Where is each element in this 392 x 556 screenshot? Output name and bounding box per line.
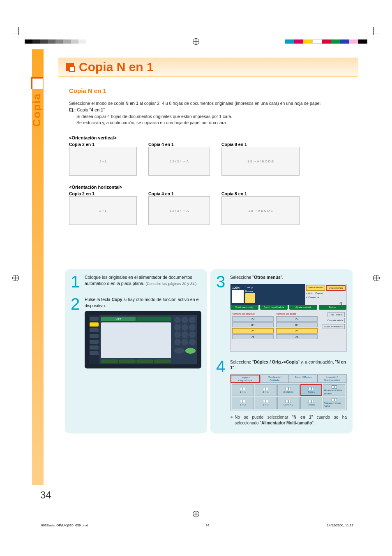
page-title-bar: Copia N en 1 (58, 58, 358, 77)
copy-8-label: Copia 8 en 1 (221, 142, 300, 147)
size-option[interactable]: A3 (232, 316, 274, 321)
title-icon (66, 63, 74, 71)
zoom-value: 100% (232, 286, 244, 290)
diagram-4in1-vertical: 1 2 / 3 4 → A (148, 147, 210, 176)
step-number: 3 (216, 274, 228, 352)
copy-4-label-h: Copia 4 en 1 (148, 191, 210, 196)
steps-area: 1 Coloque los originales en el alimentad… (65, 269, 353, 433)
diagram-2in1-horizontal: 2→1 (69, 196, 137, 225)
registration-mark-icon (193, 38, 199, 45)
step-4: 4 Seleccione "Dúplex / Orig.->Copia" y, … (216, 359, 347, 426)
duplex-option[interactable]: 2 -> 2 (255, 397, 277, 409)
duplex-option[interactable]: Alimentador Multi-tamaño (323, 384, 345, 396)
size-option[interactable]: B4 (232, 322, 274, 327)
crop-mark-icon (367, 27, 380, 39)
start-button[interactable] (185, 348, 196, 354)
page-title: Copia N en 1 (79, 60, 154, 74)
copy-mode-button[interactable] (90, 322, 99, 327)
step-1: 1 Coloque los originales en el alimentad… (71, 274, 201, 289)
copy-2-label: Copia 2 en 1 (69, 142, 137, 147)
probar-button[interactable]: Probar (319, 305, 347, 310)
content: Copia N en 1 Seleccione el modo de copia… (69, 87, 348, 225)
step-2: 2 Pulse la tecla Copy si hay otro modo d… (71, 297, 201, 368)
duplex-option[interactable]: Libro -> 2 (277, 397, 300, 409)
step-number: 1 (71, 274, 82, 289)
step-note: ● No se puede seleccionar "N en 1" cuand… (230, 415, 347, 426)
diagram-8in1-horizontal: 1-8 → A B C D E (221, 196, 300, 225)
duplex-option[interactable]: 1 -> 1 (232, 384, 254, 396)
size-option[interactable]: A5 (276, 334, 318, 339)
screen4-tabs: Dúplex /Orig.->CopiaClasificado /Acabado… (231, 375, 346, 383)
preset-job-button[interactable]: Trab. preest. (327, 312, 345, 317)
registration-mark-icon (373, 275, 380, 281)
touch-screen-duplex-menu: Dúplex /Orig.->CopiaClasificado /Acabado… (230, 374, 347, 410)
n-en-1-option[interactable]: N en 1 (300, 384, 323, 396)
copy-2-label-h: Copia 2 en 1 (69, 191, 137, 196)
copy-4-label: Copia 4 en 1 (148, 142, 210, 147)
diagram-4in1-horizontal: 1 2 / 3 4 → A (148, 196, 210, 225)
size-option[interactable]: A3 (276, 316, 318, 321)
step-3: 3 Seleccione "Otros menús". 100% 1 A (216, 274, 347, 352)
divider (69, 96, 332, 96)
diagram-row-horizontal: Copia 2 en 1 2→1 Copia 4 en 1 1 2 / 3 4 … (69, 191, 348, 225)
confirm-config-button[interactable]: Confirmar config. (231, 305, 258, 310)
print-footer: 002Basic_OP(UK)020_039.pmd 34 14/12/2006… (41, 524, 353, 527)
duplex-option[interactable]: Folleto (300, 397, 323, 409)
device-panel-screenshot: Copia (85, 311, 201, 368)
copy-size-list: Tamaño de copia A3 B4 A4 A5 (276, 312, 318, 339)
step-number: 4 (216, 359, 228, 426)
registration-mark-icon (193, 511, 199, 517)
panel-mode-buttons (89, 315, 99, 364)
screen4-tab[interactable]: Clasificado /Acabado (260, 375, 289, 383)
intro-text: Seleccione el modo de copia N en 1 al co… (69, 100, 348, 126)
touch-screen-basic-menu: 100% 1 A4 ▷ Normal (230, 284, 347, 352)
chapter-tab-icon (31, 77, 43, 89)
chapter-label: Copia (30, 93, 43, 127)
orientation-vertical: <Orientación vertical> (69, 135, 348, 140)
duplex-option[interactable]: Trabajos y modo SADF (323, 397, 345, 409)
finish-notice-button[interactable]: Aviso finalización (323, 324, 345, 329)
steps-col-right: 3 Seleccione "Otros menús". 100% 1 A (210, 269, 353, 433)
step-number: 2 (71, 297, 82, 368)
duplex-option[interactable]: 2 -> 1 (255, 384, 277, 396)
menu-basico-tab[interactable]: Menú básico (306, 285, 325, 291)
screen4-tab[interactable]: Zoom / Efectos (289, 375, 318, 383)
duplex-option[interactable]: 1 -> 2 (232, 397, 254, 409)
registration-mark-icon (12, 275, 19, 281)
size-option[interactable]: B4 (276, 322, 318, 327)
diagram-8in1-vertical: 1-8 → A / B C D E (221, 147, 300, 176)
steps-col-left: 1 Coloque los originales en el alimentad… (65, 269, 207, 433)
output-queue-button[interactable]: Cola de salida (326, 318, 345, 323)
diagram-row-vertical: Copia 2 en 1 2→1 Copia 4 en 1 1 2 / 3 4 … (69, 142, 348, 176)
registration-bar (0, 39, 392, 44)
diagram-2in1-vertical: 2→1 (69, 147, 137, 176)
otros-menus-tab[interactable]: Otros menús (326, 285, 346, 291)
section-heading: Copia N en 1 (69, 87, 348, 94)
size-option[interactable]: A5 (232, 334, 274, 339)
bullet-icon: ● (230, 415, 233, 426)
footer-date: 14/12/2006, 11:17 (327, 524, 353, 527)
orientation-horizontal: <Orientación horizontal> (69, 185, 348, 190)
crop-mark-icon (12, 27, 25, 39)
size-option-selected[interactable]: A4 (232, 328, 274, 333)
numeric-keypad[interactable] (174, 317, 196, 345)
copy-8-label-h: Copia 8 en 1 (221, 191, 300, 196)
footer-page: 34 (205, 524, 209, 527)
original-size-list: Tamaño de original A3 B4 A4 A5 (232, 312, 274, 339)
footer-file: 002Basic_OP(UK)020_039.pmd (41, 524, 88, 527)
page-number: 34 (40, 489, 51, 501)
band-papel-button[interactable]: Band. papel/salida (260, 305, 288, 310)
page-content: Copia Copia N en 1 Copia N en 1 Seleccio… (32, 49, 361, 506)
screen4-grid: 1 -> 12 -> 12 páginasN en 1Alimentador M… (231, 383, 346, 410)
screen4-tab[interactable]: Inserción /Superposición (318, 375, 346, 383)
size-option-selected[interactable]: A4 (276, 328, 318, 333)
screen4-tab[interactable]: Dúplex /Orig.->Copia (231, 375, 260, 383)
ajuste-calidad-button[interactable]: Ajuste calidad (289, 305, 317, 310)
duplex-option[interactable]: 2 páginas (277, 384, 300, 396)
step-ref: (Consulte las páginas 20 y 21.) (145, 282, 196, 286)
